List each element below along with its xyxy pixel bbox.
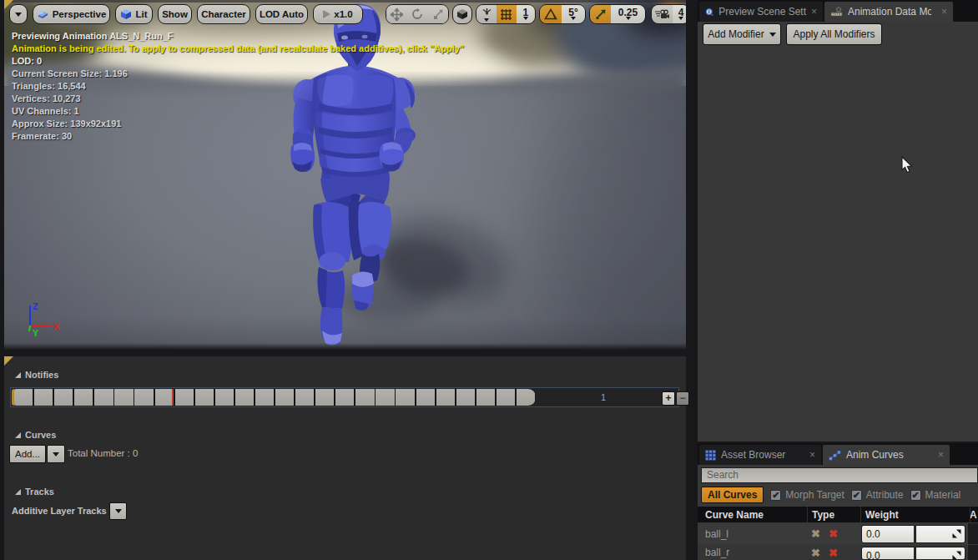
additive-layer-tracks-dropdown[interactable] bbox=[109, 502, 127, 520]
weight-expand-box[interactable] bbox=[915, 525, 965, 543]
curves-add-dropdown[interactable] bbox=[47, 445, 65, 463]
apply-all-modifiers-label: Apply All Modifiers bbox=[793, 28, 875, 40]
notifies-section-header[interactable]: Notifies bbox=[15, 370, 58, 380]
grid-snap-toggle[interactable] bbox=[497, 5, 516, 23]
morph-target-off-icon: ✖ bbox=[807, 527, 824, 540]
auto-cell bbox=[968, 523, 978, 544]
apply-all-modifiers-button[interactable]: Apply All Modifiers bbox=[786, 23, 882, 45]
show-label: Show bbox=[162, 9, 188, 19]
right-bottom-tab-bar: Asset Browser × Anim Curves × bbox=[698, 443, 978, 465]
add-modifier-button[interactable]: Add Modifier bbox=[703, 23, 781, 45]
column-weight[interactable]: Weight bbox=[860, 509, 970, 521]
column-divider[interactable] bbox=[860, 507, 861, 522]
close-icon[interactable]: × bbox=[809, 449, 815, 461]
checkbox-checked-icon[interactable]: ✔ bbox=[910, 490, 921, 501]
tab-label: Preview Scene Sett bbox=[718, 6, 806, 18]
tab-label: Asset Browser bbox=[721, 449, 785, 461]
add-notify-track-button[interactable]: + bbox=[662, 391, 675, 406]
notify-segment bbox=[255, 389, 274, 406]
location-snap-group: 1 bbox=[476, 4, 536, 24]
notify-segment bbox=[215, 389, 234, 406]
weight-expand-box[interactable] bbox=[915, 547, 965, 560]
anim-curves-icon bbox=[829, 450, 841, 461]
weight-input[interactable]: 0.0 bbox=[861, 525, 915, 543]
tracks-title: Tracks bbox=[25, 487, 54, 497]
lod-auto-label: LOD Auto bbox=[260, 9, 304, 19]
scale-snap-value-dropdown[interactable]: 0.25 bbox=[611, 5, 645, 23]
tab-animation-data-modifiers[interactable]: Animation Data Mo × bbox=[824, 2, 953, 22]
column-type[interactable]: Type bbox=[807, 509, 860, 521]
expander-icon bbox=[15, 432, 21, 438]
notify-segments[interactable] bbox=[12, 389, 536, 406]
additive-layer-tracks-label: Additive Layer Tracks bbox=[12, 506, 107, 516]
column-divider[interactable] bbox=[807, 507, 808, 522]
chevron-down-icon bbox=[484, 18, 489, 22]
tab-asset-browser[interactable]: Asset Browser × bbox=[699, 445, 821, 465]
tab-label: Animation Data Mo bbox=[848, 6, 931, 18]
lit-mode-button[interactable]: Lit bbox=[115, 4, 153, 24]
viewport-bottom-edge bbox=[4, 343, 686, 350]
expand-corner-icon bbox=[952, 551, 961, 560]
notify-segment bbox=[456, 389, 475, 406]
material-filter[interactable]: ✔ Material bbox=[910, 489, 961, 501]
rotation-snap-value-dropdown[interactable]: 5° bbox=[562, 5, 585, 23]
remove-notify-track-button[interactable]: − bbox=[676, 391, 689, 406]
tab-preview-scene-settings[interactable]: i Preview Scene Sett × bbox=[699, 2, 823, 22]
curves-add-button[interactable]: Add... bbox=[9, 445, 46, 463]
notify-track[interactable]: 1 + − bbox=[10, 387, 679, 407]
column-divider[interactable] bbox=[970, 507, 970, 522]
notify-segment bbox=[74, 389, 93, 406]
transform-tools-group bbox=[386, 4, 449, 24]
notify-segment bbox=[114, 389, 133, 406]
morph-target-filter[interactable]: ✔ Morph Target bbox=[770, 489, 844, 501]
world-cube-icon bbox=[456, 8, 468, 20]
playback-speed-label: x1.0 bbox=[334, 9, 352, 19]
perspective-button[interactable]: Perspective bbox=[33, 4, 110, 24]
lod-auto-button[interactable]: LOD Auto bbox=[255, 4, 308, 24]
search-input[interactable]: Search bbox=[701, 467, 978, 483]
3d-viewport[interactable]: Previewing Animation ALS_N_Run_F Animati… bbox=[4, 0, 686, 350]
perspective-label: Perspective bbox=[53, 9, 107, 19]
coordinate-system-button[interactable] bbox=[452, 4, 472, 24]
rotation-snap-value: 5° bbox=[568, 8, 577, 17]
camera-speed-icon bbox=[655, 9, 669, 19]
axis-gizmo: Z X Y bbox=[21, 296, 79, 342]
scale-snap-toggle[interactable] bbox=[590, 5, 611, 23]
close-icon[interactable]: × bbox=[811, 6, 817, 18]
weight-input[interactable]: 0.0 bbox=[861, 547, 915, 560]
rotation-snap-toggle[interactable] bbox=[540, 5, 562, 23]
chevron-down-icon bbox=[523, 17, 528, 20]
tracks-section-header[interactable]: Tracks bbox=[15, 487, 54, 497]
edit-warning-text[interactable]: Animation is being edited. To apply to c… bbox=[12, 43, 464, 53]
stat-framerate: Framerate: 30 bbox=[12, 131, 72, 141]
curve-row-ball-l[interactable]: ball_l ✖ ✖ 0.0 bbox=[698, 523, 978, 544]
move-icon bbox=[391, 8, 403, 21]
notify-segment bbox=[355, 389, 374, 406]
camera-speed-value-dropdown[interactable]: 4 bbox=[673, 5, 686, 23]
chevron-down-icon bbox=[15, 13, 22, 17]
column-auto[interactable]: A bbox=[970, 509, 977, 521]
curve-row-ball-r[interactable]: ball_r ✖ ✖ 0.0 bbox=[698, 545, 978, 560]
grid-snap-value-dropdown[interactable]: 1 bbox=[517, 5, 535, 23]
checkbox-checked-icon[interactable]: ✔ bbox=[770, 490, 781, 501]
character-button[interactable]: Character bbox=[197, 4, 250, 24]
curves-section-header[interactable]: Curves bbox=[15, 430, 56, 440]
viewport-options-dropdown[interactable] bbox=[9, 4, 28, 24]
rotate-tool-button[interactable] bbox=[407, 5, 427, 23]
curve-filter-row: All Curves ✔ Morph Target ✔ Attribute ✔ … bbox=[701, 487, 960, 503]
scale-tool-button[interactable] bbox=[428, 5, 448, 23]
tab-anim-curves[interactable]: Anim Curves × bbox=[823, 445, 950, 465]
close-icon[interactable]: × bbox=[938, 449, 944, 461]
playback-speed-button[interactable]: x1.0 bbox=[313, 4, 363, 24]
attribute-filter[interactable]: ✔ Attribute bbox=[851, 489, 904, 501]
close-icon[interactable]: × bbox=[941, 6, 947, 18]
show-button[interactable]: Show bbox=[158, 4, 192, 24]
surface-snap-button[interactable] bbox=[476, 5, 497, 23]
camera-speed-button[interactable] bbox=[652, 5, 673, 23]
move-tool-button[interactable] bbox=[386, 5, 407, 23]
playhead[interactable] bbox=[172, 389, 174, 406]
notify-segment bbox=[275, 389, 294, 406]
all-curves-filter-button[interactable]: All Curves bbox=[701, 487, 764, 503]
checkbox-checked-icon[interactable]: ✔ bbox=[851, 490, 862, 501]
column-curve-name[interactable]: Curve Name bbox=[698, 509, 807, 521]
